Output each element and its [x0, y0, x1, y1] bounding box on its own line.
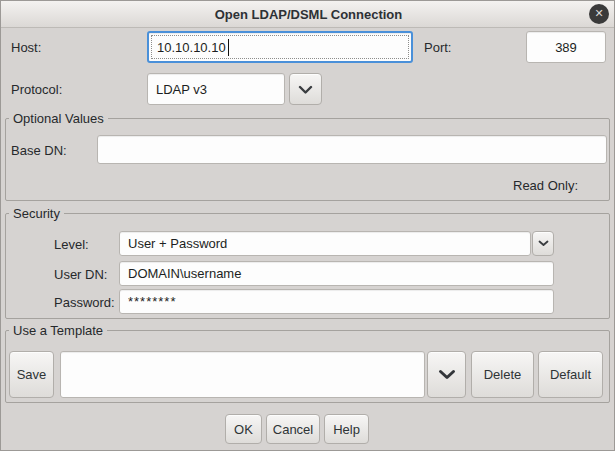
help-button[interactable]: Help — [324, 414, 369, 444]
open-ldap-connection-dialog: Open LDAP/DSML Connection ✕ Host: Port: … — [0, 0, 615, 451]
help-button-label: Help — [333, 422, 360, 437]
titlebar[interactable]: Open LDAP/DSML Connection ✕ — [1, 1, 615, 28]
window-title: Open LDAP/DSML Connection — [215, 7, 403, 22]
user-dn-input[interactable] — [119, 261, 554, 286]
chevron-down-icon — [538, 240, 549, 247]
base-dn-label: Base DN: — [11, 143, 67, 158]
password-label: Password: — [54, 295, 115, 310]
default-button[interactable]: Default — [538, 351, 603, 398]
template-legend: Use a Template — [9, 323, 107, 338]
ok-button-label: OK — [234, 422, 253, 437]
delete-button[interactable]: Delete — [471, 351, 534, 398]
delete-button-label: Delete — [484, 367, 522, 382]
protocol-combobox[interactable]: LDAP v3 — [147, 73, 285, 105]
password-input[interactable] — [119, 289, 554, 314]
level-dropdown-button[interactable] — [532, 231, 554, 256]
level-selected-value: User + Password — [128, 236, 227, 251]
security-legend: Security — [9, 206, 64, 221]
ok-button[interactable]: OK — [225, 414, 262, 444]
save-button-label: Save — [17, 367, 47, 382]
user-dn-label: User DN: — [54, 267, 107, 282]
read-only-label: Read Only: — [513, 178, 578, 193]
cancel-button-label: Cancel — [273, 422, 313, 437]
text-cursor — [228, 39, 229, 56]
close-button[interactable]: ✕ — [589, 4, 609, 24]
optional-values-legend: Optional Values — [9, 111, 108, 126]
save-button[interactable]: Save — [9, 351, 54, 398]
protocol-selected-value: LDAP v3 — [156, 82, 207, 97]
template-dropdown-button[interactable] — [427, 351, 466, 398]
default-button-label: Default — [550, 367, 591, 382]
close-icon: ✕ — [594, 4, 603, 24]
template-combobox-entry[interactable] — [60, 351, 425, 398]
protocol-dropdown-button[interactable] — [289, 73, 322, 105]
chevron-down-icon — [298, 85, 313, 94]
chevron-down-icon — [438, 369, 456, 380]
level-label: Level: — [54, 237, 89, 252]
host-label: Host: — [11, 40, 41, 55]
host-input[interactable] — [147, 31, 413, 63]
port-input[interactable] — [526, 31, 606, 63]
base-dn-input[interactable] — [97, 135, 607, 164]
level-combobox[interactable]: User + Password — [119, 231, 531, 256]
protocol-label: Protocol: — [11, 82, 62, 97]
cancel-button[interactable]: Cancel — [266, 414, 320, 444]
port-label: Port: — [424, 40, 451, 55]
